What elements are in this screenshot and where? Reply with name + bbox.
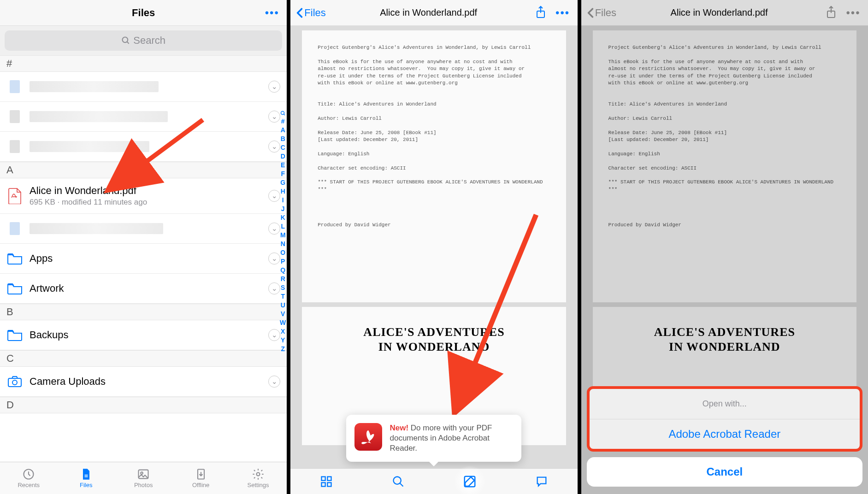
chevron-down-icon[interactable]: ⌄ xyxy=(268,111,280,123)
svg-point-3 xyxy=(12,380,17,385)
edit-annotate-button[interactable] xyxy=(461,475,479,488)
chevron-down-icon[interactable]: ⌄ xyxy=(268,223,280,235)
svg-rect-9 xyxy=(84,476,88,477)
tab-bar: Recents Files Photos Offline Settings xyxy=(0,462,287,494)
index-strip[interactable]: #ABCDEFGHIJKLMNOPQRSTUVWXYZ xyxy=(280,111,286,353)
svg-point-13 xyxy=(257,473,260,476)
back-button[interactable]: Files xyxy=(587,7,616,19)
share-button[interactable] xyxy=(531,6,550,20)
svg-line-1 xyxy=(127,42,129,44)
chevron-down-icon[interactable]: ⌄ xyxy=(268,190,280,202)
search-placeholder: Search xyxy=(133,35,165,47)
svg-line-5 xyxy=(283,114,285,116)
share-button[interactable] xyxy=(822,6,840,20)
action-sheet-title: Open with... xyxy=(590,389,860,419)
svg-rect-19 xyxy=(327,482,331,486)
page-title: Alice in Wonderland.pdf xyxy=(326,7,531,18)
chevron-down-icon[interactable]: ⌄ xyxy=(268,376,280,388)
topbar: Files Alice in Wonderland.pdf ••• xyxy=(581,0,868,26)
svg-rect-16 xyxy=(322,476,325,480)
topbar: Files ••• xyxy=(0,0,287,26)
topbar: Files Alice in Wonderland.pdf ••• xyxy=(290,0,577,26)
svg-point-20 xyxy=(393,476,401,484)
tab-files[interactable]: Files xyxy=(57,462,114,494)
open-with-panel: Files Alice in Wonderland.pdf ••• Projec… xyxy=(581,0,868,494)
folder-artwork[interactable]: Artwork ⌄ xyxy=(0,274,287,304)
more-button[interactable]: ••• xyxy=(263,6,281,19)
chevron-down-icon[interactable]: ⌄ xyxy=(268,81,280,93)
list-item[interactable]: ⌄ xyxy=(0,72,287,102)
svg-rect-17 xyxy=(327,476,331,480)
svg-line-21 xyxy=(400,483,403,486)
section-header-a: A xyxy=(0,162,287,178)
back-button[interactable]: Files xyxy=(296,7,325,19)
svg-rect-18 xyxy=(322,482,325,486)
tab-photos[interactable]: Photos xyxy=(115,462,172,494)
svg-rect-2 xyxy=(8,378,21,387)
svg-rect-8 xyxy=(84,475,88,476)
search-button[interactable] xyxy=(389,475,407,488)
section-header-d: D xyxy=(0,397,287,413)
action-sheet: Open with... Adobe Acrobat Reader Cancel xyxy=(581,382,868,494)
section-header-b: B xyxy=(0,304,287,320)
folder-icon xyxy=(6,280,23,297)
file-meta: 695 KB · modified 11 minutes ago xyxy=(30,198,268,207)
folder-icon xyxy=(6,250,23,267)
document-page-1: Project Gutenberg's Alice's Adventures i… xyxy=(302,30,566,302)
files-list-panel: Files ••• Search # ⌄ ⌄ ⌄ A xyxy=(0,0,290,494)
section-header-hash: # xyxy=(0,55,287,72)
page-title: Alice in Wonderland.pdf xyxy=(616,7,822,18)
comment-button[interactable] xyxy=(532,475,551,488)
tooltip-new-label: New! xyxy=(390,423,408,432)
folder-backups[interactable]: Backups ⌄ xyxy=(0,320,287,350)
document-viewport[interactable]: Project Gutenberg's Alice's Adventures i… xyxy=(290,26,577,494)
acrobat-icon xyxy=(354,423,382,451)
pdf-toolbar xyxy=(290,468,577,494)
list-item[interactable]: ⌄ xyxy=(0,102,287,132)
file-alice-pdf[interactable]: Alice in Wonderland.pdf 695 KB · modifie… xyxy=(0,178,287,214)
pdf-viewer-panel: Files Alice in Wonderland.pdf ••• Projec… xyxy=(290,0,581,494)
camera-icon xyxy=(6,373,23,390)
svg-point-0 xyxy=(123,37,128,43)
file-name: Alice in Wonderland.pdf xyxy=(30,185,268,197)
folder-camera-uploads[interactable]: Camera Uploads ⌄ xyxy=(0,367,287,397)
page-title: Files xyxy=(24,7,263,19)
action-sheet-cancel[interactable]: Cancel xyxy=(587,457,862,487)
svg-point-4 xyxy=(281,112,284,115)
tab-settings[interactable]: Settings xyxy=(230,462,287,494)
list-item[interactable]: ⌄ xyxy=(0,132,287,162)
svg-point-11 xyxy=(141,472,143,474)
search-icon xyxy=(121,36,130,45)
folder-apps[interactable]: Apps ⌄ xyxy=(0,244,287,274)
action-adobe-acrobat[interactable]: Adobe Acrobat Reader xyxy=(590,419,860,449)
folder-icon xyxy=(6,327,23,343)
section-header-c: C xyxy=(0,350,287,367)
tab-offline[interactable]: Offline xyxy=(172,462,229,494)
more-button[interactable]: ••• xyxy=(554,6,572,19)
more-button[interactable]: ••• xyxy=(844,6,862,19)
grid-view-button[interactable] xyxy=(317,475,336,488)
tab-recents[interactable]: Recents xyxy=(0,462,57,494)
tooltip-popover: New! Do more with your PDF documents in … xyxy=(346,415,521,462)
chevron-down-icon[interactable]: ⌄ xyxy=(268,282,280,294)
chevron-down-icon[interactable]: ⌄ xyxy=(268,329,280,341)
chevron-down-icon[interactable]: ⌄ xyxy=(268,253,280,265)
pdf-icon xyxy=(6,188,23,204)
action-sheet-group-highlighted: Open with... Adobe Acrobat Reader xyxy=(587,386,862,452)
search-bar-container: Search xyxy=(0,26,287,51)
search-input[interactable]: Search xyxy=(5,30,282,51)
list-item[interactable]: ⌄ xyxy=(0,214,287,244)
chevron-down-icon[interactable]: ⌄ xyxy=(268,141,280,153)
